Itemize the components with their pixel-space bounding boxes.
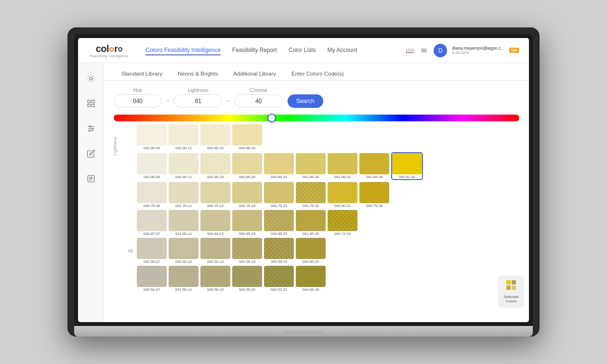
tab-standard-library[interactable]: Standard Library — [114, 68, 170, 80]
color-swatch[interactable] — [137, 238, 167, 259]
color-swatch-selected[interactable] — [392, 153, 422, 174]
swatch-wrap: 040-85-20 — [232, 153, 262, 179]
color-swatch[interactable] — [359, 182, 389, 203]
swatch-wrap: 040-75-23 — [264, 182, 294, 208]
color-swatch[interactable] — [232, 124, 262, 145]
color-swatch[interactable] — [137, 266, 167, 287]
hue-input[interactable] — [114, 94, 162, 108]
color-swatch[interactable] — [232, 210, 262, 231]
color-swatch[interactable] — [296, 182, 326, 203]
color-swatch[interactable] — [169, 124, 198, 145]
color-swatch[interactable] — [137, 182, 167, 203]
color-swatch[interactable] — [328, 153, 357, 174]
separator-2: - — [227, 96, 229, 108]
sidebar-icon-sliders[interactable] — [83, 121, 99, 136]
color-swatch[interactable] — [169, 182, 198, 203]
lightness-axis-label: Lightness — [113, 137, 118, 156]
color-swatch[interactable] — [137, 124, 167, 145]
color-swatch[interactable] — [200, 210, 230, 231]
color-swatch[interactable] — [137, 153, 167, 174]
color-swatch[interactable] — [169, 153, 198, 174]
color-swatch[interactable] — [169, 266, 198, 287]
hue-slider[interactable] — [114, 115, 519, 121]
mail-icon[interactable]: ✉ — [419, 46, 429, 55]
swatch-wrap: 040-75-14 — [200, 182, 230, 208]
lightness-input[interactable] — [174, 94, 222, 108]
color-swatch[interactable] — [137, 210, 167, 231]
swatch-wrap: 040-59-19 — [232, 238, 262, 264]
swatch-label: 041-65-28 — [303, 232, 319, 236]
svg-point-16 — [90, 126, 91, 127]
nav-link-lists[interactable]: Color Lists — [289, 46, 316, 55]
swatch-label: 040-76-18 — [239, 204, 255, 208]
color-swatch[interactable] — [232, 153, 262, 174]
color-swatch[interactable] — [264, 182, 294, 203]
sidebar-icon-grid[interactable] — [83, 96, 99, 111]
logo-area: colr Feasibility Intelligence — [88, 43, 131, 58]
swatch-label: 041-85-31 — [334, 175, 351, 179]
swatch-label: 040-64-15 — [207, 232, 224, 236]
search-button[interactable]: Search — [288, 94, 323, 108]
book-icon[interactable]: 📖 — [405, 46, 414, 55]
color-swatch[interactable] — [200, 124, 230, 145]
svg-rect-9 — [88, 100, 90, 103]
color-row-1: 040-90-06 040-90-11 040-89-15 — [123, 124, 519, 150]
swatch-label: 040-80-31 — [334, 204, 351, 208]
swatch-label: 040-54-07 — [144, 287, 160, 292]
swatch-label: 040-72-34 — [334, 232, 351, 236]
tab-enter-code[interactable]: Enter Coloro Code(s) — [284, 68, 352, 80]
color-swatch[interactable] — [200, 266, 230, 287]
color-swatch[interactable] — [264, 210, 294, 231]
color-swatch[interactable] — [264, 153, 294, 174]
tab-additional-library[interactable]: Additional Library — [225, 68, 284, 80]
color-swatch[interactable] — [232, 182, 262, 203]
nav-link-account[interactable]: My Account — [327, 46, 357, 55]
color-swatch[interactable] — [296, 153, 326, 174]
swatch-label: 040-56-15 — [207, 287, 224, 292]
swatch-wrap: 040-60-10 — [169, 238, 198, 264]
color-swatch[interactable] — [232, 238, 262, 259]
swatch-wrap: 041-55-11 — [169, 266, 198, 292]
color-swatch[interactable] — [200, 182, 230, 203]
svg-rect-25 — [506, 286, 511, 290]
swatch-wrap: 040-54-07 — [137, 266, 167, 292]
swatch-label: 041-83-36 — [366, 175, 383, 179]
swatch-wrap: 041-65-28 — [296, 210, 326, 236]
chroma-field-group: Chroma — [235, 88, 283, 108]
svg-rect-12 — [92, 104, 94, 107]
color-swatch[interactable] — [328, 210, 357, 231]
color-swatch[interactable] — [264, 266, 294, 287]
color-swatch[interactable] — [328, 182, 357, 203]
swatch-label: 040-75-23 — [271, 204, 287, 208]
selected-colors-button[interactable]: SelectedColors — [498, 275, 524, 308]
swatch-wrap: 041-65-11 — [169, 210, 198, 236]
tab-neons-brights[interactable]: Neons & Brights — [170, 68, 225, 80]
color-swatch[interactable] — [169, 210, 198, 231]
nav-link-feasibility[interactable]: Coloro Feasibility Intelligence — [145, 46, 221, 55]
color-grid-wrapper[interactable]: Lightness 040-90-06 040-90- — [104, 122, 529, 322]
swatch-wrap: 040-76-30 — [296, 182, 326, 208]
color-swatch[interactable] — [200, 238, 230, 259]
color-swatch[interactable] — [169, 238, 198, 259]
color-swatch[interactable] — [296, 238, 326, 259]
svg-line-8 — [93, 76, 93, 77]
swatch-label: 040-65-19 — [239, 232, 255, 236]
swatch-wrap: 040-90-06 — [137, 124, 167, 150]
sidebar — [78, 63, 104, 322]
color-swatch[interactable] — [232, 266, 262, 287]
chroma-input[interactable] — [235, 94, 283, 108]
color-swatch[interactable] — [264, 238, 294, 259]
svg-point-17 — [92, 128, 93, 130]
selected-colors-icon — [505, 279, 517, 293]
color-swatch[interactable] — [296, 266, 326, 287]
sidebar-icon-pencil[interactable] — [83, 146, 99, 161]
nav-link-report[interactable]: Feasibility Report — [232, 46, 277, 55]
color-swatch[interactable] — [296, 210, 326, 231]
color-swatch[interactable] — [359, 153, 389, 174]
color-swatch[interactable] — [200, 153, 230, 174]
hue-thumb[interactable] — [267, 114, 276, 122]
swatch-label: 040-85-20 — [239, 175, 255, 179]
avatar[interactable]: D — [434, 44, 447, 57]
sidebar-icon-document[interactable] — [83, 171, 99, 186]
sidebar-icon-sun[interactable] — [83, 71, 99, 86]
